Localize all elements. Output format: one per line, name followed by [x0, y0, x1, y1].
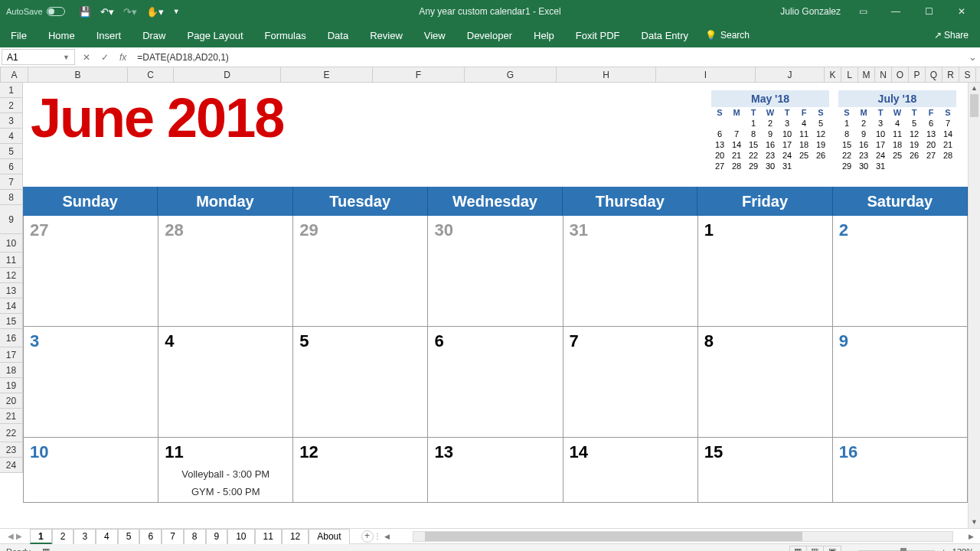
- close-icon[interactable]: ✕: [951, 6, 972, 17]
- row-header[interactable]: 11: [0, 253, 23, 268]
- calendar-cell[interactable]: 6: [428, 327, 563, 438]
- column-header[interactable]: N: [875, 67, 892, 83]
- calendar-cell[interactable]: 8: [698, 327, 833, 438]
- column-header[interactable]: R: [942, 67, 959, 83]
- username-label[interactable]: Julio Gonzalez: [780, 6, 841, 17]
- scroll-up-icon[interactable]: ▲: [969, 83, 980, 94]
- sheet-tab[interactable]: 8: [184, 529, 206, 544]
- sheet-tab[interactable]: 6: [139, 529, 162, 544]
- page-break-view-icon[interactable]: ▣: [824, 546, 841, 551]
- row-header[interactable]: 18: [0, 363, 23, 378]
- calendar-cell[interactable]: 31: [564, 216, 698, 327]
- calendar-cell[interactable]: 10: [23, 438, 158, 503]
- column-header[interactable]: T: [976, 67, 980, 83]
- column-header[interactable]: F: [373, 67, 465, 83]
- calendar-cell[interactable]: 13: [428, 438, 563, 503]
- zoom-in-icon[interactable]: +: [941, 547, 946, 552]
- ribbon-tab-insert[interactable]: Insert: [86, 30, 132, 41]
- ribbon-tab-data-entry[interactable]: Data Entry: [631, 30, 699, 41]
- column-header[interactable]: C: [128, 67, 174, 83]
- row-header[interactable]: 6: [0, 159, 23, 174]
- calendar-cell[interactable]: 5: [293, 327, 428, 438]
- row-header[interactable]: 3: [0, 113, 23, 129]
- row-header[interactable]: 15: [0, 314, 23, 329]
- ribbon-tab-formulas[interactable]: Formulas: [254, 30, 317, 41]
- sheet-tab[interactable]: 9: [206, 529, 228, 544]
- fx-icon[interactable]: fx: [119, 52, 126, 63]
- row-header[interactable]: 1: [0, 83, 23, 98]
- sheet-tab[interactable]: 11: [255, 529, 282, 544]
- normal-view-icon[interactable]: ▦: [790, 546, 807, 551]
- row-header[interactable]: 2: [0, 98, 23, 113]
- row-header[interactable]: 17: [0, 347, 23, 363]
- enter-icon[interactable]: ✓: [101, 52, 109, 63]
- row-header[interactable]: 5: [0, 144, 23, 159]
- ribbon-tab-file[interactable]: File: [0, 30, 38, 41]
- column-header[interactable]: K: [825, 67, 841, 83]
- row-header[interactable]: 8: [0, 190, 23, 205]
- macro-record-icon[interactable]: ▦: [42, 546, 50, 551]
- name-box-dropdown-icon[interactable]: ▼: [63, 54, 70, 61]
- sheet-content[interactable]: June 2018 May '18 SMTWTFS123456789101112…: [23, 83, 968, 528]
- ribbon-tab-home[interactable]: Home: [38, 30, 86, 41]
- search-box[interactable]: 💡 Search: [705, 30, 750, 41]
- minimize-icon[interactable]: —: [885, 6, 906, 17]
- calendar-cell[interactable]: 4: [158, 327, 293, 438]
- column-header[interactable]: S: [959, 67, 976, 83]
- sheet-nav[interactable]: ◀ ▶: [0, 532, 30, 540]
- expand-formula-bar-icon[interactable]: ⌄: [965, 47, 980, 67]
- calendar-cell[interactable]: 27: [23, 216, 158, 327]
- row-header[interactable]: 16: [0, 329, 23, 347]
- ribbon-tab-view[interactable]: View: [413, 30, 456, 41]
- row-header[interactable]: 24: [0, 458, 23, 473]
- autosave-toggle[interactable]: [47, 7, 65, 16]
- page-layout-view-icon[interactable]: ▥: [807, 546, 824, 551]
- new-sheet-button[interactable]: +: [361, 530, 374, 543]
- redo-icon[interactable]: ↷▾: [123, 6, 137, 18]
- formula-input[interactable]: =DATE(AD18,AD20,1): [132, 47, 965, 67]
- scroll-thumb[interactable]: [970, 94, 978, 117]
- zoom-out-icon[interactable]: −: [848, 547, 852, 552]
- row-header[interactable]: 20: [0, 393, 23, 409]
- calendar-cell[interactable]: 3: [23, 327, 158, 438]
- sheet-tab[interactable]: 3: [74, 529, 96, 544]
- sheet-tab[interactable]: 1: [30, 529, 52, 544]
- ribbon-tab-foxit-pdf[interactable]: Foxit PDF: [565, 30, 631, 41]
- calendar-cell[interactable]: 30: [428, 216, 563, 327]
- sheet-tab[interactable]: About: [309, 529, 349, 544]
- select-all-cell[interactable]: [0, 67, 1, 83]
- column-header[interactable]: E: [281, 67, 373, 83]
- calendar-cell[interactable]: 9: [833, 327, 968, 438]
- sheet-tab[interactable]: 10: [227, 529, 254, 544]
- calendar-cell[interactable]: 12: [293, 438, 428, 503]
- column-header[interactable]: D: [174, 67, 281, 83]
- column-header[interactable]: G: [465, 67, 557, 83]
- scroll-down-icon[interactable]: ▼: [969, 517, 980, 528]
- save-icon[interactable]: 💾: [79, 6, 91, 18]
- sheet-tab[interactable]: 5: [118, 529, 140, 544]
- maximize-icon[interactable]: ☐: [918, 6, 939, 17]
- calendar-cell[interactable]: 14: [564, 438, 698, 503]
- calendar-cell[interactable]: 16: [833, 438, 968, 503]
- row-header[interactable]: 14: [0, 298, 23, 314]
- calendar-cell[interactable]: 7: [564, 327, 698, 438]
- sheet-nav-prev-icon[interactable]: ◀: [8, 532, 14, 540]
- row-header[interactable]: 13: [0, 283, 23, 298]
- cancel-icon[interactable]: ✕: [83, 52, 90, 63]
- undo-icon[interactable]: ↶▾: [100, 6, 114, 18]
- calendar-cell[interactable]: 15: [698, 438, 833, 503]
- sheet-tab[interactable]: 7: [162, 529, 184, 544]
- ribbon-tab-developer[interactable]: Developer: [456, 30, 523, 41]
- row-header[interactable]: 4: [0, 129, 23, 144]
- column-header[interactable]: Q: [926, 67, 942, 83]
- share-button[interactable]: ↗ Share: [934, 30, 969, 41]
- ribbon-tab-help[interactable]: Help: [523, 30, 565, 41]
- sheet-tab[interactable]: 12: [282, 529, 309, 544]
- ribbon-tab-page-layout[interactable]: Page Layout: [177, 30, 254, 41]
- row-header[interactable]: 9: [0, 205, 23, 234]
- sheet-nav-next-icon[interactable]: ▶: [16, 532, 22, 540]
- column-header[interactable]: O: [892, 67, 909, 83]
- row-header[interactable]: 23: [0, 442, 23, 458]
- calendar-cell[interactable]: 29: [293, 216, 428, 327]
- ribbon-tab-data[interactable]: Data: [317, 30, 359, 41]
